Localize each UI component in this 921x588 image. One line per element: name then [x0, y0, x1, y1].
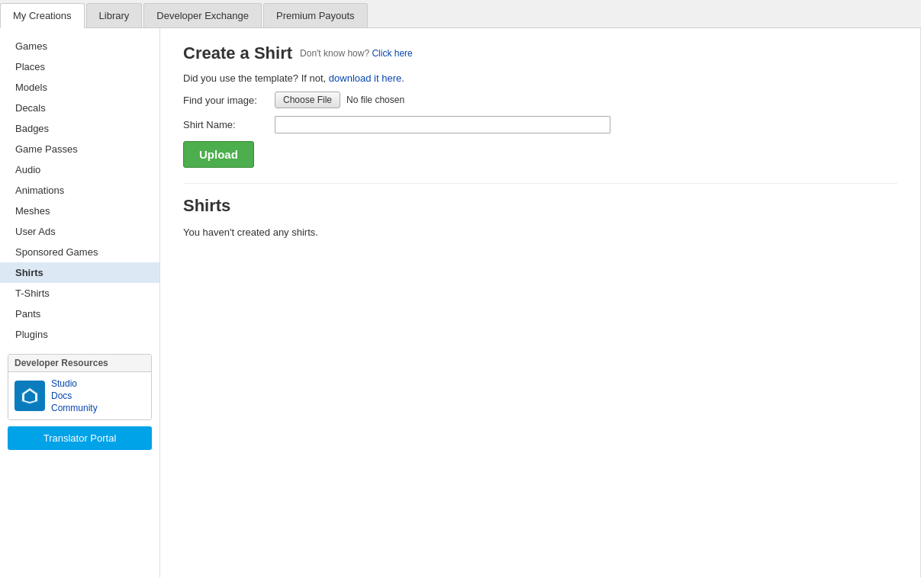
create-shirt-hint: Don't know how? Click here	[300, 48, 413, 59]
no-shirts-text: You haven't created any shirts.	[183, 227, 897, 238]
tab-premium-payouts[interactable]: Premium Payouts	[263, 3, 368, 27]
sidebar-item-audio[interactable]: Audio	[0, 159, 159, 180]
sidebar-item-plugins[interactable]: Plugins	[0, 324, 159, 345]
studio-link[interactable]: Studio	[51, 378, 98, 389]
find-image-label: Find your image:	[183, 95, 275, 106]
create-shirt-heading: Create a Shirt Don't know how? Click her…	[183, 43, 897, 63]
docs-link[interactable]: Docs	[51, 390, 98, 401]
download-template-link-text[interactable]: download it here	[329, 72, 401, 84]
tab-my-creations[interactable]: My Creations	[0, 3, 85, 28]
sidebar-item-decals[interactable]: Decals	[0, 98, 159, 118]
sidebar-item-places[interactable]: Places	[0, 56, 159, 77]
sidebar-item-games[interactable]: Games	[0, 36, 159, 56]
sidebar-item-sponsored-games[interactable]: Sponsored Games	[0, 242, 159, 262]
template-period: .	[401, 72, 404, 84]
create-shirt-title: Create a Shirt	[183, 43, 292, 63]
sidebar-item-user-ads[interactable]: User Ads	[0, 221, 159, 242]
community-link[interactable]: Community	[51, 403, 98, 413]
developer-resources-panel: Developer Resources Studio Docs Communit…	[8, 354, 152, 420]
upload-button-wrapper: Upload	[183, 141, 897, 168]
sidebar-item-pants[interactable]: Pants	[0, 304, 159, 324]
sidebar-item-badges[interactable]: Badges	[0, 118, 159, 139]
developer-resources-links: Studio Docs Community	[51, 378, 98, 413]
sidebar-item-game-passes[interactable]: Game Passes	[0, 139, 159, 159]
template-notice: Did you use the template? If not, downlo…	[183, 72, 897, 84]
click-here-link[interactable]: Click here	[372, 48, 412, 59]
choose-file-button[interactable]: Choose File	[275, 92, 340, 108]
find-image-row: Find your image: Choose File No file cho…	[183, 92, 897, 108]
shirt-name-row: Shirt Name:	[183, 116, 897, 133]
sidebar-item-meshes[interactable]: Meshes	[0, 201, 159, 221]
studio-logo-icon	[14, 381, 45, 411]
translator-portal-button[interactable]: Translator Portal	[8, 426, 152, 450]
upload-button[interactable]: Upload	[183, 141, 254, 168]
shirts-section-title: Shirts	[183, 196, 897, 216]
content-divider	[183, 183, 897, 184]
sidebar: Games Places Models Decals Badges Game P…	[0, 28, 160, 577]
main-content: Create a Shirt Don't know how? Click her…	[160, 28, 920, 253]
main-layout: Games Places Models Decals Badges Game P…	[0, 28, 921, 577]
shirt-name-input[interactable]	[275, 116, 610, 133]
developer-resources-body: Studio Docs Community	[8, 372, 151, 419]
sidebar-item-models[interactable]: Models	[0, 77, 159, 98]
hint-prefix-text: Don't know how?	[300, 48, 369, 59]
sidebar-item-animations[interactable]: Animations	[0, 180, 159, 201]
sidebar-item-t-shirts[interactable]: T-Shirts	[0, 283, 159, 304]
top-tab-bar: My Creations Library Developer Exchange …	[0, 0, 921, 28]
tab-library[interactable]: Library	[86, 3, 143, 27]
tab-developer-exchange[interactable]: Developer Exchange	[143, 3, 262, 27]
sidebar-item-shirts[interactable]: Shirts	[0, 262, 159, 283]
file-input-wrapper: Choose File No file chosen	[275, 92, 404, 108]
shirt-name-label: Shirt Name:	[183, 119, 275, 130]
no-file-chosen-text: No file chosen	[346, 95, 404, 105]
template-prefix: Did you use the template? If not,	[183, 72, 326, 84]
content-wrapper: Create a Shirt Don't know how? Click her…	[160, 28, 921, 577]
developer-resources-header: Developer Resources	[8, 355, 151, 372]
